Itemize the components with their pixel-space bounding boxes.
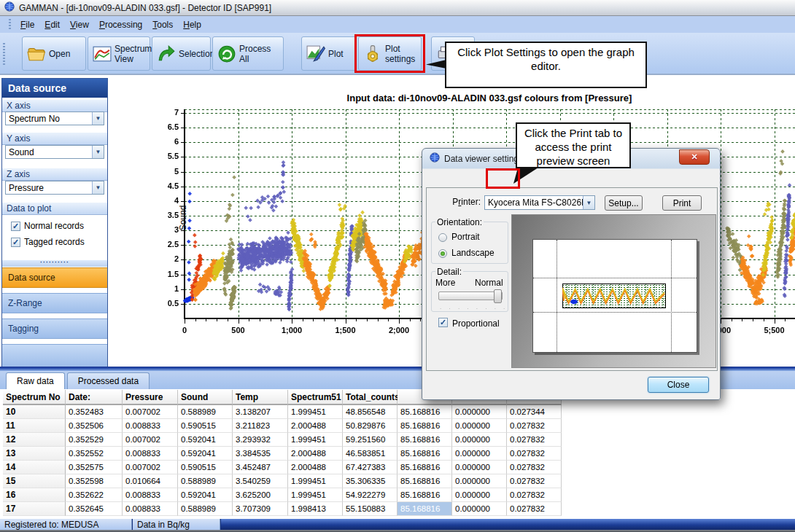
table-cell[interactable]: 85.168816 — [398, 447, 452, 461]
table-cell[interactable]: 0.592041 — [178, 433, 233, 447]
checkbox-icon[interactable]: ✓ — [11, 238, 20, 247]
table-cell[interactable]: 0.007002 — [123, 433, 178, 447]
table-cell[interactable]: 0.008833 — [123, 419, 178, 433]
menu-item-view[interactable]: View — [65, 17, 94, 32]
column-header-spectrum51[interactable]: Spectrum51 — [288, 390, 343, 405]
tagged-records-checkbox-row[interactable]: ✓Tagged records — [11, 237, 85, 247]
table-cell[interactable]: 3.452487 — [233, 461, 288, 474]
sidebar-splitter-handle[interactable]: ·········· — [2, 260, 107, 267]
menu-item-tools[interactable]: Tools — [147, 17, 178, 32]
row-header-cell[interactable]: 10 — [3, 405, 66, 419]
table-cell[interactable]: 0.008833 — [123, 447, 178, 461]
portrait-radio[interactable] — [438, 233, 447, 242]
close-button[interactable]: Close — [648, 377, 709, 393]
table-cell[interactable]: 0.000000 — [452, 502, 507, 516]
table-cell[interactable]: 0.027832 — [507, 419, 562, 433]
setup-button[interactable]: Setup... — [605, 195, 643, 211]
row-header-cell[interactable]: 16 — [3, 488, 66, 502]
table-cell[interactable]: 0.588989 — [178, 502, 233, 516]
table-cell[interactable]: 3.540259 — [233, 474, 288, 488]
menu-item-file[interactable]: File — [15, 17, 39, 32]
table-cell[interactable]: 55.150883 — [343, 502, 398, 516]
table-cell[interactable]: 0.027832 — [507, 461, 562, 474]
sidebar-item-tagging[interactable]: Tagging — [2, 318, 107, 339]
table-cell[interactable]: 1.999451 — [288, 474, 343, 488]
printer-combobox[interactable]: Kyocera Mita FS-C8026N KX ▼ — [484, 195, 595, 210]
table-cell[interactable]: 0.008833 — [123, 488, 178, 502]
table-cell[interactable]: 85.168816 — [398, 502, 452, 516]
z-axis-dropdown[interactable]: Pressure▼ — [5, 181, 104, 195]
table-cell[interactable]: 0.027832 — [507, 502, 562, 516]
table-cell[interactable]: 0.352483 — [66, 405, 123, 419]
toolbar-button-spectrum-view[interactable]: Spectrum View — [88, 36, 150, 71]
table-cell[interactable]: 0.027832 — [507, 447, 562, 461]
table-cell[interactable]: 0.000000 — [452, 419, 507, 433]
column-header-sound[interactable]: Sound — [178, 390, 233, 405]
y-axis-dropdown[interactable]: Sound▼ — [5, 145, 104, 159]
table-cell[interactable]: 59.251560 — [343, 433, 398, 447]
table-cell[interactable]: 85.168816 — [398, 461, 452, 474]
table-cell[interactable]: 67.427383 — [343, 461, 398, 474]
table-cell[interactable]: 85.168816 — [398, 488, 452, 502]
table-cell[interactable]: 85.168816 — [398, 433, 452, 447]
table-cell[interactable]: 1.999451 — [288, 488, 343, 502]
toolbar-button-process-all[interactable]: Process All — [212, 36, 284, 71]
column-header-total-counts[interactable]: Total_counts — [343, 390, 398, 405]
table-cell[interactable]: 0.352529 — [66, 433, 123, 447]
table-cell[interactable]: 0.000000 — [452, 488, 507, 502]
table-cell[interactable]: 1.999451 — [288, 405, 343, 419]
detail-slider-thumb[interactable] — [494, 289, 502, 303]
proportional-checkbox[interactable]: ✓ — [438, 318, 448, 327]
sidebar-item-z-range[interactable]: Z-Range — [2, 293, 107, 313]
toolbar-grip-handle[interactable] — [3, 43, 5, 65]
table-cell[interactable]: 0.007002 — [123, 405, 178, 419]
row-header-cell[interactable]: 11 — [3, 419, 66, 433]
row-header-cell[interactable]: 17 — [3, 502, 66, 516]
table-cell[interactable]: 0.592041 — [178, 447, 233, 461]
normal-records-checkbox-row[interactable]: ✓Normal records — [11, 221, 84, 231]
x-axis-dropdown[interactable]: Spectrum No▼ — [5, 112, 104, 125]
menu-item-help[interactable]: Help — [178, 17, 206, 32]
table-cell[interactable]: 0.352645 — [66, 502, 123, 516]
table-cell[interactable]: 54.922279 — [343, 488, 398, 502]
column-header-pressure[interactable]: Pressure — [123, 390, 178, 405]
table-cell[interactable]: 85.168816 — [398, 474, 452, 488]
table-cell[interactable]: 0.000000 — [452, 447, 507, 461]
table-cell[interactable]: 0.007002 — [123, 461, 178, 474]
table-cell[interactable]: 50.829876 — [343, 419, 398, 433]
table-cell[interactable]: 0.352506 — [66, 419, 123, 433]
table-cell[interactable]: 0.027832 — [507, 474, 562, 488]
dialog-close-button[interactable]: ✕ — [679, 149, 710, 165]
table-cell[interactable]: 35.306335 — [343, 474, 398, 488]
toolbar-button-plot[interactable]: Plot — [301, 36, 357, 71]
row-header-cell[interactable]: 12 — [3, 433, 66, 447]
table-cell[interactable]: 0.352575 — [66, 461, 123, 474]
toolbar-button-plot-settings[interactable]: Plot settings — [358, 36, 422, 71]
table-cell[interactable]: 2.000488 — [288, 461, 343, 474]
table-cell[interactable]: 0.592041 — [178, 488, 233, 502]
table-cell[interactable]: 1.998413 — [288, 502, 343, 516]
landscape-label[interactable]: Landscape — [451, 248, 495, 258]
table-cell[interactable]: 0.352598 — [66, 474, 123, 488]
row-header-cell[interactable]: 14 — [3, 461, 66, 474]
table-cell[interactable]: 0.000000 — [452, 474, 507, 488]
table-cell[interactable]: 0.352552 — [66, 447, 123, 461]
table-cell[interactable]: 0.027344 — [507, 405, 562, 419]
menu-item-edit[interactable]: Edit — [39, 17, 65, 32]
table-cell[interactable]: 0.027832 — [507, 488, 562, 502]
table-cell[interactable]: 0.588989 — [178, 474, 233, 488]
table-cell[interactable]: 2.000488 — [288, 419, 343, 433]
menu-grip-handle[interactable] — [9, 19, 11, 31]
table-cell[interactable]: 2.000488 — [288, 447, 343, 461]
table-cell[interactable]: 0.027832 — [507, 433, 562, 447]
table-cell[interactable]: 85.168816 — [398, 405, 452, 419]
column-header-date-[interactable]: Date: — [66, 390, 123, 405]
table-cell[interactable]: 0.590515 — [178, 461, 233, 474]
checkbox-icon[interactable]: ✓ — [11, 222, 20, 231]
table-cell[interactable]: 0.000000 — [452, 433, 507, 447]
table-cell[interactable]: 48.856548 — [343, 405, 398, 419]
tab-processed-data[interactable]: Processed data — [67, 372, 150, 389]
column-header-spectrum-no[interactable]: Spectrum No — [3, 390, 66, 405]
table-cell[interactable]: 85.168816 — [398, 419, 452, 433]
table-cell[interactable]: 3.384535 — [233, 447, 288, 461]
